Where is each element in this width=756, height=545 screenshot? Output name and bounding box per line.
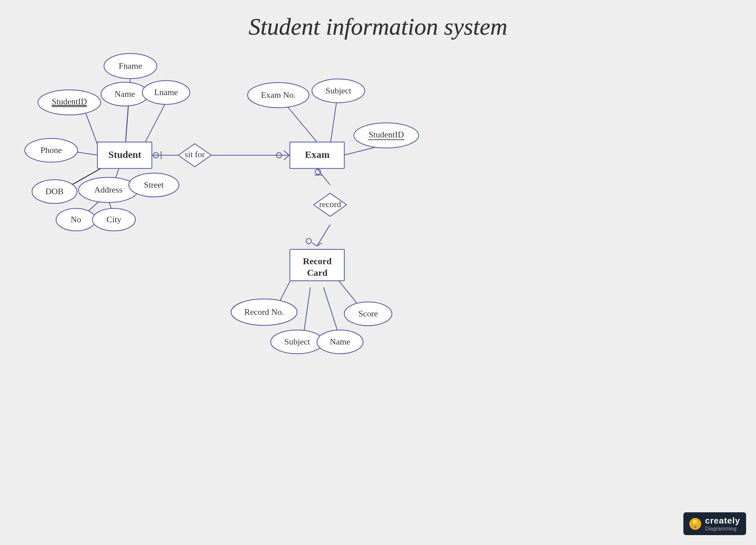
svg-line-34	[304, 288, 310, 334]
page-title: Student information system	[0, 13, 756, 41]
badge-main: creately	[705, 516, 740, 526]
svg-text:Score: Score	[358, 309, 378, 319]
svg-text:Student: Student	[108, 149, 141, 160]
badge-sub: Diagramming	[705, 526, 740, 532]
svg-line-29	[317, 224, 330, 246]
svg-text:Record No.: Record No.	[244, 307, 284, 317]
svg-text:sit for: sit for	[185, 150, 205, 159]
svg-point-32	[306, 238, 311, 244]
svg-text:Subject: Subject	[284, 337, 310, 347]
svg-text:Exam No.: Exam No.	[261, 90, 295, 100]
bulb-icon: 💡	[689, 518, 701, 530]
svg-text:Record: Record	[303, 256, 332, 266]
svg-text:Subject: Subject	[326, 86, 352, 95]
svg-text:Name: Name	[115, 89, 135, 99]
svg-line-21	[284, 155, 289, 160]
svg-line-20	[284, 151, 289, 155]
svg-text:Address: Address	[94, 185, 122, 194]
svg-text:record: record	[319, 199, 341, 209]
svg-text:DOB: DOB	[46, 187, 64, 196]
er-diagram: Student Exam Record Card sit for record …	[0, 0, 756, 545]
svg-line-9	[84, 109, 99, 149]
svg-text:Exam: Exam	[305, 149, 330, 160]
svg-text:Lname: Lname	[154, 87, 178, 97]
svg-text:Fname: Fname	[119, 61, 142, 71]
svg-line-23	[284, 102, 317, 142]
svg-text:No: No	[71, 215, 81, 224]
creately-badge: 💡 creately Diagramming	[683, 512, 746, 535]
svg-line-30	[312, 243, 317, 246]
svg-text:Street: Street	[144, 180, 164, 189]
svg-line-35	[324, 288, 338, 334]
svg-text:Card: Card	[307, 267, 328, 278]
svg-text:Name: Name	[330, 337, 350, 347]
svg-line-26	[317, 168, 330, 185]
badge-text: creately Diagramming	[705, 516, 740, 532]
svg-text:City: City	[107, 215, 121, 224]
svg-line-8	[145, 101, 167, 142]
svg-line-7	[125, 102, 129, 145]
svg-text:StudentID: StudentID	[52, 97, 87, 106]
svg-text:StudentID: StudentID	[369, 130, 404, 139]
svg-line-24	[330, 101, 337, 145]
svg-text:Phone: Phone	[41, 145, 62, 155]
